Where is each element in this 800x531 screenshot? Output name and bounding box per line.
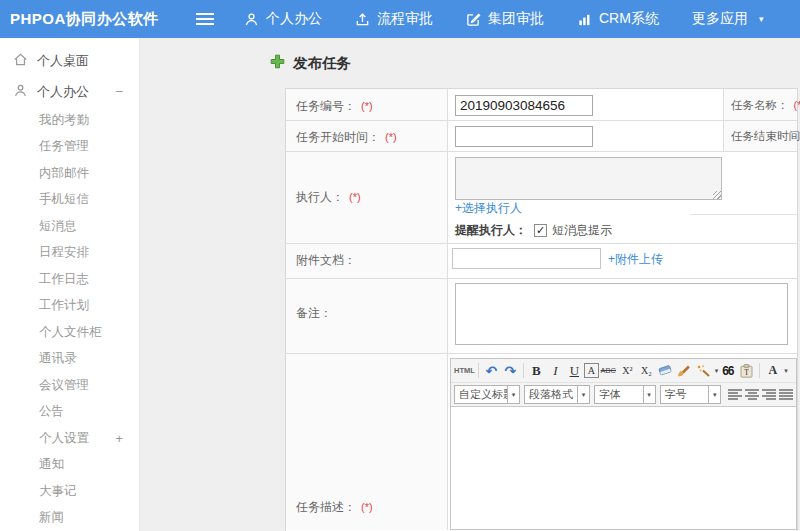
sidebar-item-personal-desktop[interactable]: 个人桌面	[0, 45, 139, 76]
sidebar-item-label: 通知	[39, 456, 64, 473]
font-name-button[interactable]: A	[584, 363, 599, 378]
sidebar-item-label: 我的考勤	[39, 112, 89, 129]
sidebar-item-personal-office[interactable]: 个人办公 −	[0, 76, 139, 107]
sidebar-item-memorabilia[interactable]: 大事记	[0, 478, 139, 505]
sidebar-item-schedule[interactable]: 日程安排	[0, 240, 139, 267]
task-number-input[interactable]	[455, 95, 593, 116]
collapse-icon[interactable]: −	[115, 84, 123, 99]
sidebar-item-announcement[interactable]: 公告	[0, 399, 139, 426]
required-mark: (*)	[349, 191, 361, 203]
dropdown-label: 字号	[661, 386, 709, 403]
expand-icon[interactable]: +	[115, 431, 123, 446]
sidebar-item-label: 任务管理	[39, 138, 89, 155]
sidebar-item-work-log[interactable]: 工作日志	[0, 266, 139, 293]
eraser-icon[interactable]	[656, 361, 675, 380]
row-divider	[286, 243, 797, 244]
sidebar-item-my-attendance[interactable]: 我的考勤	[0, 107, 139, 134]
remind-executor-label: 提醒执行人：	[455, 222, 527, 239]
sidebar-item-label: 个人办公	[37, 83, 89, 101]
sidebar-item-short-message[interactable]: 短消息	[0, 213, 139, 240]
format-brush-icon[interactable]	[675, 361, 694, 380]
sidebar-item-label: 会议管理	[39, 377, 89, 394]
start-time-label: 任务开始时间：(*)	[296, 129, 397, 146]
choose-executor-link[interactable]: +选择执行人	[455, 200, 522, 217]
remark-textarea[interactable]	[455, 283, 788, 345]
user-icon	[13, 83, 28, 101]
editor-toolbar-row1: HTML ↶ ↷ B I U A ABC X² X₂ ▾ 66 T A	[451, 359, 796, 383]
bold-button[interactable]: B	[527, 361, 546, 380]
sms-checkbox[interactable]: ✓	[534, 224, 547, 237]
required-mark: (*)	[385, 131, 397, 143]
nav-crm-system[interactable]: CRM系统	[577, 10, 659, 28]
menu-toggle-icon[interactable]	[196, 13, 214, 25]
sidebar-item-meeting-management[interactable]: 会议管理	[0, 372, 139, 399]
attachment-input[interactable]	[452, 248, 601, 269]
undo-icon[interactable]: ↶	[482, 361, 501, 380]
sidebar-item-personal-settings[interactable]: 个人设置 +	[0, 425, 139, 452]
nav-personal-office[interactable]: 个人办公	[244, 10, 322, 28]
redo-icon[interactable]: ↷	[501, 361, 520, 380]
dropdown-label: 自定义标题	[455, 386, 507, 403]
blockquote-button[interactable]: 66	[718, 361, 737, 380]
resize-grip[interactable]	[713, 191, 721, 199]
sidebar: 个人桌面 个人办公 − 我的考勤 任务管理 内部邮件 手机短信 短消息 日程安排…	[0, 38, 140, 531]
paragraph-format-dropdown[interactable]: 段落格式 ▾	[524, 385, 590, 404]
toolbar-separator	[759, 363, 760, 378]
superscript-button[interactable]: X²	[618, 361, 637, 380]
top-nav: 个人办公 流程审批 集团审批 CRM系统 更多应用 ▾	[244, 10, 796, 28]
sidebar-item-label: 个人桌面	[37, 52, 89, 70]
page-title: 发布任务	[293, 54, 351, 73]
sms-checkbox-label: 短消息提示	[552, 222, 612, 239]
editor-content[interactable]	[451, 407, 796, 529]
sidebar-item-label: 工作日志	[39, 271, 89, 288]
executor-label: 执行人：(*)	[296, 189, 361, 206]
required-mark: (*)	[361, 100, 373, 112]
executor-textarea[interactable]	[455, 157, 722, 200]
nav-label: 个人办公	[266, 10, 322, 28]
font-size-dropdown[interactable]: 字号 ▾	[660, 385, 722, 404]
align-justify-icon[interactable]	[779, 389, 793, 400]
magic-wand-icon[interactable]	[694, 361, 713, 380]
caret-down-icon: ▾	[577, 386, 589, 403]
italic-button[interactable]: I	[546, 361, 565, 380]
align-center-icon[interactable]	[745, 389, 759, 400]
sidebar-item-task-management[interactable]: 任务管理	[0, 134, 139, 161]
align-right-icon[interactable]	[762, 389, 776, 400]
nav-process-approval[interactable]: 流程审批	[355, 10, 433, 28]
required-mark: (*)	[794, 99, 800, 111]
font-color-button[interactable]: A	[763, 361, 782, 380]
subscript-button[interactable]: X₂	[637, 361, 656, 380]
align-left-icon[interactable]	[728, 389, 742, 400]
nav-group-approval[interactable]: 集团审批	[466, 10, 544, 28]
bar-chart-icon	[577, 12, 592, 27]
font-family-dropdown[interactable]: 字体 ▾	[594, 385, 656, 404]
paste-plain-icon[interactable]: T	[737, 361, 756, 380]
sidebar-item-work-plan[interactable]: 工作计划	[0, 293, 139, 320]
sidebar-item-internal-mail[interactable]: 内部邮件	[0, 160, 139, 187]
attachment-upload-link[interactable]: +附件上传	[608, 251, 663, 268]
task-name-label: 任务名称：(*)	[731, 98, 800, 113]
sidebar-item-label: 新闻	[39, 509, 64, 526]
row-divider	[286, 120, 797, 121]
nav-more-apps[interactable]: 更多应用 ▾	[692, 10, 764, 28]
underline-button[interactable]: U	[565, 361, 584, 380]
task-description-label: 任务描述：(*)	[296, 499, 373, 516]
edit-icon	[466, 12, 481, 27]
sidebar-item-news[interactable]: 新闻	[0, 505, 139, 531]
heading-dropdown[interactable]: 自定义标题 ▾	[454, 385, 520, 404]
caret-down-icon: ▾	[643, 386, 655, 403]
user-icon	[244, 12, 259, 27]
sidebar-item-personal-files[interactable]: 个人文件柜	[0, 319, 139, 346]
strikethrough-button[interactable]: ABC	[599, 361, 618, 380]
sidebar-item-phone-sms[interactable]: 手机短信	[0, 187, 139, 214]
sidebar-item-notice[interactable]: 通知	[0, 452, 139, 479]
sidebar-item-contacts[interactable]: 通讯录	[0, 346, 139, 373]
html-source-button[interactable]: HTML	[454, 361, 475, 380]
start-time-input[interactable]	[455, 126, 593, 147]
task-form: 任务编号：(*) 任务开始时间：(*) 执行人：(*) 附件文档： 备注： 任务…	[285, 88, 798, 531]
sidebar-item-label: 个人设置	[39, 430, 89, 447]
caret-down-icon[interactable]: ▾	[784, 367, 788, 375]
attachment-label: 附件文档：	[296, 252, 356, 269]
sidebar-item-label: 日程安排	[39, 244, 89, 261]
dropdown-label: 字体	[595, 386, 643, 403]
